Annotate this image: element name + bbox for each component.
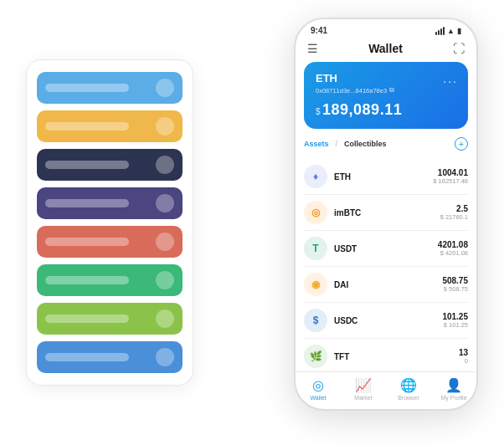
asset-name: USDT xyxy=(334,244,431,253)
nav-icon: ◎ xyxy=(312,377,324,393)
card-item xyxy=(37,72,183,104)
asset-list: ♦ETH1004.01$ 162517.48◎imBTC2.5$ 21760.1… xyxy=(304,159,468,371)
card-item-text xyxy=(45,238,129,246)
scene: 9:41 ▲ ▮ ☰ Wallet ⛶ ... ETH xyxy=(26,18,478,427)
asset-row[interactable]: ◎imBTC2.5$ 21760.1 xyxy=(304,195,468,231)
asset-usd: 0 xyxy=(459,357,468,365)
asset-amount: 1004.01 xyxy=(433,168,468,177)
asset-row[interactable]: ◉DAI508.75$ 508.75 xyxy=(304,267,468,303)
nav-item-market[interactable]: 📈Market xyxy=(341,377,386,401)
expand-icon[interactable]: ⛶ xyxy=(453,42,465,55)
asset-name: imBTC xyxy=(334,208,434,217)
asset-values: 508.75$ 508.75 xyxy=(442,276,468,293)
asset-usd: $ 508.75 xyxy=(442,285,468,293)
asset-values: 130 xyxy=(459,348,468,365)
time-label: 9:41 xyxy=(311,26,327,35)
asset-amount: 508.75 xyxy=(442,276,468,285)
copy-icon[interactable]: ⧉ xyxy=(389,86,394,95)
asset-icon: ◉ xyxy=(304,273,327,296)
card-item-text xyxy=(45,161,129,169)
battery-icon: ▮ xyxy=(457,27,461,35)
card-item-dot xyxy=(156,348,174,366)
asset-amount: 13 xyxy=(459,348,468,357)
asset-usd: $ 101.25 xyxy=(442,321,468,329)
asset-row[interactable]: ♦ETH1004.01$ 162517.48 xyxy=(304,159,468,195)
asset-row[interactable]: TUSDT4201.08$ 4201.08 xyxy=(304,231,468,267)
card-item-dot xyxy=(156,117,174,136)
asset-icon: T xyxy=(304,237,327,260)
asset-row[interactable]: $USDC101.25$ 101.25 xyxy=(304,303,468,339)
phone: 9:41 ▲ ▮ ☰ Wallet ⛶ ... ETH xyxy=(294,18,478,411)
card-item xyxy=(37,110,183,142)
nav-item-my-profile[interactable]: 👤My Profile xyxy=(431,377,476,401)
page-title: Wallet xyxy=(368,42,403,55)
nav-icon: 🌐 xyxy=(400,377,417,393)
nav-label: My Profile xyxy=(440,395,466,401)
nav-item-wallet[interactable]: ◎Wallet xyxy=(296,377,341,401)
status-icons: ▲ ▮ xyxy=(435,27,461,35)
card-item-dot xyxy=(156,309,174,328)
card-item-dot xyxy=(156,194,174,212)
status-bar: 9:41 ▲ ▮ xyxy=(296,19,476,38)
phone-body: ... ETH 0x08711d3e...8416a78e3 ⧉ $189,08… xyxy=(296,62,476,371)
asset-values: 1004.01$ 162517.48 xyxy=(433,168,468,185)
asset-values: 101.25$ 101.25 xyxy=(442,312,468,329)
asset-values: 2.5$ 21760.1 xyxy=(440,204,468,221)
card-item xyxy=(37,226,183,258)
card-item-text xyxy=(45,353,129,361)
card-item xyxy=(37,149,183,181)
asset-icon: 🌿 xyxy=(304,345,327,368)
asset-icon: ♦ xyxy=(304,165,327,188)
wifi-icon: ▲ xyxy=(447,27,455,35)
card-item-text xyxy=(45,122,129,130)
nav-icon: 👤 xyxy=(445,377,462,393)
card-item xyxy=(37,187,183,219)
nav-label: Market xyxy=(354,395,372,401)
nav-item-browser[interactable]: 🌐Browser xyxy=(386,377,431,401)
card-item xyxy=(37,264,183,296)
hero-ticker: ETH xyxy=(316,72,456,84)
asset-usd: $ 4201.08 xyxy=(438,249,468,257)
signal-icon xyxy=(435,27,445,35)
hero-address: 0x08711d3e...8416a78e3 ⧉ xyxy=(316,86,456,95)
asset-values: 4201.08$ 4201.08 xyxy=(438,240,468,257)
card-stack xyxy=(26,59,193,386)
assets-header: Assets / Collectibles + xyxy=(304,136,468,152)
asset-name: USDC xyxy=(334,316,435,325)
card-item-text xyxy=(45,84,129,92)
asset-amount: 4201.08 xyxy=(438,240,468,249)
card-item-dot xyxy=(156,271,174,289)
card-item-text xyxy=(45,315,129,323)
asset-name: TFT xyxy=(334,352,452,361)
nav-label: Wallet xyxy=(310,395,326,401)
add-asset-button[interactable]: + xyxy=(455,137,468,151)
tab-assets[interactable]: Assets xyxy=(304,140,329,148)
asset-usd: $ 162517.48 xyxy=(433,177,468,185)
asset-usd: $ 21760.1 xyxy=(440,213,468,221)
asset-icon: ◎ xyxy=(304,201,327,224)
hero-balance: $189,089.11 xyxy=(316,101,456,119)
tab-collectibles[interactable]: Collectibles xyxy=(344,140,387,148)
nav-label: Browser xyxy=(398,395,419,401)
card-item-dot xyxy=(156,156,174,174)
bottom-nav: ◎Wallet📈Market🌐Browser👤My Profile xyxy=(296,371,476,409)
asset-icon: $ xyxy=(304,309,327,332)
more-icon[interactable]: ... xyxy=(443,72,458,85)
hero-card: ... ETH 0x08711d3e...8416a78e3 ⧉ $189,08… xyxy=(304,62,468,129)
asset-amount: 2.5 xyxy=(440,204,468,213)
card-item xyxy=(37,341,183,373)
card-item-dot xyxy=(156,233,174,251)
asset-amount: 101.25 xyxy=(442,312,468,321)
menu-icon[interactable]: ☰ xyxy=(307,42,318,55)
card-item-text xyxy=(45,199,129,207)
card-item-dot xyxy=(156,79,174,97)
asset-name: DAI xyxy=(334,280,435,289)
phone-header: ☰ Wallet ⛶ xyxy=(296,38,476,62)
nav-icon: 📈 xyxy=(355,377,372,393)
card-item xyxy=(37,303,183,335)
card-item-text xyxy=(45,276,129,284)
asset-name: ETH xyxy=(334,172,426,182)
assets-tabs: Assets / Collectibles xyxy=(304,140,387,148)
asset-row[interactable]: 🌿TFT130 xyxy=(304,339,468,371)
